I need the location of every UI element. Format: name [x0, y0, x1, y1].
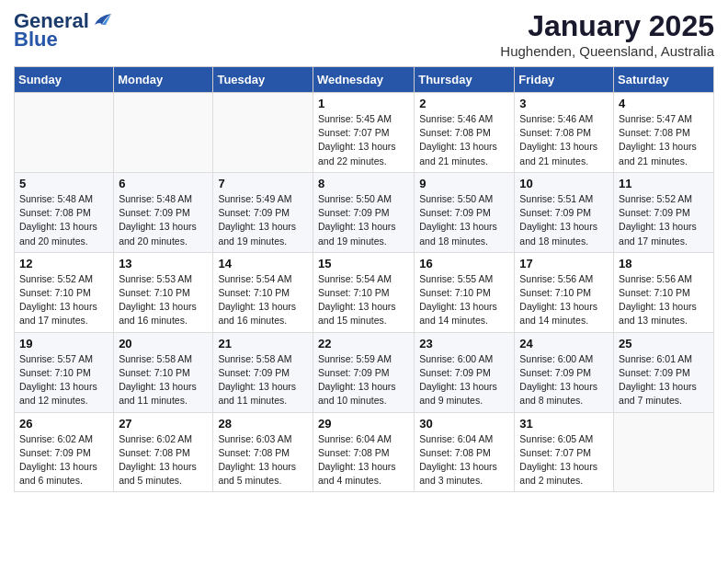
day-number: 3 — [519, 97, 609, 110]
weekday-header-tuesday: Tuesday — [213, 67, 313, 93]
day-info: Sunrise: 5:47 AM Sunset: 7:08 PM Dayligh… — [619, 112, 709, 168]
calendar-cell: 13Sunrise: 5:53 AM Sunset: 7:10 PM Dayli… — [114, 252, 213, 332]
day-number: 17 — [519, 257, 609, 270]
day-info: Sunrise: 5:52 AM Sunset: 7:09 PM Dayligh… — [619, 192, 709, 248]
day-info: Sunrise: 5:57 AM Sunset: 7:10 PM Dayligh… — [19, 352, 108, 408]
weekday-header-thursday: Thursday — [415, 67, 515, 93]
calendar-cell: 24Sunrise: 6:00 AM Sunset: 7:09 PM Dayli… — [515, 332, 614, 412]
day-info: Sunrise: 5:50 AM Sunset: 7:09 PM Dayligh… — [419, 192, 509, 248]
calendar-cell: 7Sunrise: 5:49 AM Sunset: 7:09 PM Daylig… — [213, 172, 313, 252]
calendar-cell: 28Sunrise: 6:03 AM Sunset: 7:08 PM Dayli… — [213, 412, 313, 492]
page-header: General Blue January 2025 Hughenden, Que… — [14, 9, 714, 59]
day-number: 28 — [218, 417, 308, 431]
calendar-cell: 25Sunrise: 6:01 AM Sunset: 7:09 PM Dayli… — [614, 332, 714, 412]
calendar-cell: 5Sunrise: 5:48 AM Sunset: 7:08 PM Daylig… — [15, 172, 114, 252]
calendar-cell: 31Sunrise: 6:05 AM Sunset: 7:07 PM Dayli… — [515, 412, 614, 492]
day-info: Sunrise: 5:46 AM Sunset: 7:08 PM Dayligh… — [419, 112, 509, 168]
day-number: 4 — [619, 97, 709, 110]
calendar-cell: 1Sunrise: 5:45 AM Sunset: 7:07 PM Daylig… — [313, 93, 414, 173]
day-number: 21 — [218, 337, 308, 350]
calendar-cell: 2Sunrise: 5:46 AM Sunset: 7:08 PM Daylig… — [415, 93, 515, 173]
calendar-cell: 27Sunrise: 6:02 AM Sunset: 7:08 PM Dayli… — [114, 412, 213, 492]
day-info: Sunrise: 5:51 AM Sunset: 7:09 PM Dayligh… — [519, 192, 609, 248]
day-info: Sunrise: 5:48 AM Sunset: 7:08 PM Dayligh… — [19, 192, 108, 248]
weekday-header-friday: Friday — [515, 67, 614, 93]
weekday-header-saturday: Saturday — [614, 67, 714, 93]
calendar-cell: 16Sunrise: 5:55 AM Sunset: 7:10 PM Dayli… — [415, 252, 515, 332]
day-info: Sunrise: 6:05 AM Sunset: 7:07 PM Dayligh… — [519, 432, 609, 488]
day-number: 7 — [218, 177, 308, 190]
day-number: 22 — [318, 337, 409, 350]
calendar-cell: 22Sunrise: 5:59 AM Sunset: 7:09 PM Dayli… — [313, 332, 414, 412]
calendar-cell: 14Sunrise: 5:54 AM Sunset: 7:10 PM Dayli… — [213, 252, 313, 332]
calendar-cell: 18Sunrise: 5:56 AM Sunset: 7:10 PM Dayli… — [614, 252, 714, 332]
calendar-cell: 3Sunrise: 5:46 AM Sunset: 7:08 PM Daylig… — [515, 93, 614, 173]
calendar-cell: 21Sunrise: 5:58 AM Sunset: 7:09 PM Dayli… — [213, 332, 313, 412]
calendar-cell: 19Sunrise: 5:57 AM Sunset: 7:10 PM Dayli… — [15, 332, 114, 412]
day-number: 9 — [419, 177, 509, 190]
day-number: 27 — [119, 417, 208, 431]
day-info: Sunrise: 5:59 AM Sunset: 7:09 PM Dayligh… — [318, 352, 409, 408]
calendar-cell — [114, 93, 213, 173]
month-title: January 2025 — [500, 9, 714, 43]
calendar-cell: 15Sunrise: 5:54 AM Sunset: 7:10 PM Dayli… — [313, 252, 414, 332]
day-number: 19 — [19, 337, 108, 350]
location: Hughenden, Queensland, Australia — [500, 43, 714, 59]
day-number: 12 — [19, 257, 108, 270]
calendar-cell: 17Sunrise: 5:56 AM Sunset: 7:10 PM Dayli… — [515, 252, 614, 332]
day-number: 24 — [519, 337, 609, 350]
day-info: Sunrise: 5:45 AM Sunset: 7:07 PM Dayligh… — [318, 112, 409, 168]
day-info: Sunrise: 5:53 AM Sunset: 7:10 PM Dayligh… — [119, 272, 208, 328]
day-info: Sunrise: 5:56 AM Sunset: 7:10 PM Dayligh… — [519, 272, 609, 328]
calendar-cell: 23Sunrise: 6:00 AM Sunset: 7:09 PM Dayli… — [415, 332, 515, 412]
calendar-cell — [213, 93, 313, 173]
day-number: 29 — [318, 417, 409, 431]
day-info: Sunrise: 5:46 AM Sunset: 7:08 PM Dayligh… — [519, 112, 609, 168]
weekday-header-monday: Monday — [114, 67, 213, 93]
day-number: 14 — [218, 257, 308, 270]
day-number: 20 — [119, 337, 208, 350]
day-info: Sunrise: 5:50 AM Sunset: 7:09 PM Dayligh… — [318, 192, 409, 248]
day-number: 6 — [119, 177, 208, 190]
day-info: Sunrise: 5:52 AM Sunset: 7:10 PM Dayligh… — [19, 272, 108, 328]
day-number: 18 — [619, 257, 709, 270]
day-number: 10 — [519, 177, 609, 190]
calendar-cell: 29Sunrise: 6:04 AM Sunset: 7:08 PM Dayli… — [313, 412, 414, 492]
calendar-cell: 11Sunrise: 5:52 AM Sunset: 7:09 PM Dayli… — [614, 172, 714, 252]
title-block: January 2025 Hughenden, Queensland, Aust… — [500, 9, 714, 59]
day-info: Sunrise: 5:58 AM Sunset: 7:09 PM Dayligh… — [218, 352, 308, 408]
day-info: Sunrise: 6:02 AM Sunset: 7:08 PM Dayligh… — [119, 432, 208, 488]
day-info: Sunrise: 5:54 AM Sunset: 7:10 PM Dayligh… — [318, 272, 409, 328]
calendar-cell: 4Sunrise: 5:47 AM Sunset: 7:08 PM Daylig… — [614, 93, 714, 173]
day-number: 2 — [419, 97, 509, 110]
calendar-cell: 26Sunrise: 6:02 AM Sunset: 7:09 PM Dayli… — [15, 412, 114, 492]
day-number: 31 — [519, 417, 609, 431]
day-number: 15 — [318, 257, 409, 270]
day-info: Sunrise: 5:56 AM Sunset: 7:10 PM Dayligh… — [619, 272, 709, 328]
logo-blue: Blue — [14, 28, 58, 52]
day-info: Sunrise: 5:49 AM Sunset: 7:09 PM Dayligh… — [218, 192, 308, 248]
calendar-cell — [15, 93, 114, 173]
day-info: Sunrise: 5:55 AM Sunset: 7:10 PM Dayligh… — [419, 272, 509, 328]
day-number: 11 — [619, 177, 709, 190]
calendar-cell: 30Sunrise: 6:04 AM Sunset: 7:08 PM Dayli… — [415, 412, 515, 492]
calendar-table: SundayMondayTuesdayWednesdayThursdayFrid… — [14, 66, 714, 492]
day-info: Sunrise: 6:00 AM Sunset: 7:09 PM Dayligh… — [419, 352, 509, 408]
day-info: Sunrise: 6:00 AM Sunset: 7:09 PM Dayligh… — [519, 352, 609, 408]
calendar-cell: 9Sunrise: 5:50 AM Sunset: 7:09 PM Daylig… — [415, 172, 515, 252]
weekday-header-sunday: Sunday — [15, 67, 114, 93]
day-number: 23 — [419, 337, 509, 350]
day-info: Sunrise: 6:01 AM Sunset: 7:09 PM Dayligh… — [619, 352, 709, 408]
day-info: Sunrise: 5:48 AM Sunset: 7:09 PM Dayligh… — [119, 192, 208, 248]
day-number: 8 — [318, 177, 409, 190]
day-info: Sunrise: 6:02 AM Sunset: 7:09 PM Dayligh… — [19, 432, 108, 488]
day-number: 25 — [619, 337, 709, 350]
calendar-cell — [614, 412, 714, 492]
calendar-cell: 12Sunrise: 5:52 AM Sunset: 7:10 PM Dayli… — [15, 252, 114, 332]
calendar-cell: 8Sunrise: 5:50 AM Sunset: 7:09 PM Daylig… — [313, 172, 414, 252]
day-number: 16 — [419, 257, 509, 270]
day-number: 13 — [119, 257, 208, 270]
day-number: 5 — [19, 177, 108, 190]
logo-bird-icon — [91, 12, 111, 29]
day-info: Sunrise: 6:03 AM Sunset: 7:08 PM Dayligh… — [218, 432, 308, 488]
